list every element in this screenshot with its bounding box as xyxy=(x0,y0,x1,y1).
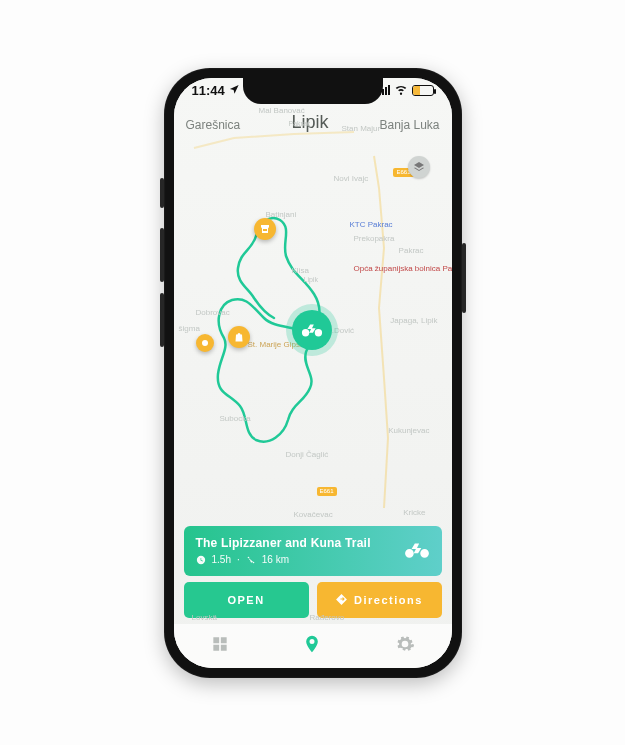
clock-icon xyxy=(196,555,206,565)
map-place-label: Japaga, Lipik xyxy=(390,316,437,325)
screen: 11:44 Garešnica xyxy=(174,78,452,668)
tab-map[interactable] xyxy=(302,634,322,658)
map-layers-button[interactable] xyxy=(408,156,430,178)
open-button-label: OPEN xyxy=(227,594,264,606)
phone-frame: 11:44 Garešnica xyxy=(164,68,462,678)
map-place-label: Dobrovac xyxy=(196,308,230,317)
distance-icon xyxy=(246,555,256,565)
map-place-label: Kricke xyxy=(403,508,425,517)
directions-button-label: Directions xyxy=(354,594,423,606)
trail-distance: 16 km xyxy=(262,554,289,565)
map-place-label: šigma xyxy=(179,324,200,333)
side-button xyxy=(160,293,164,347)
side-button xyxy=(160,228,164,282)
trail-type-icon xyxy=(404,536,430,566)
trail-title: The Lipizzaner and Kuna Trail xyxy=(196,536,371,550)
bike-icon xyxy=(301,319,323,341)
map-place-label: Kovačevac xyxy=(294,510,333,519)
map-place-label: Novi Ivajc xyxy=(334,174,369,183)
map-place-label: Donji Čaglić xyxy=(286,450,329,459)
map-place-label: Prekopakra xyxy=(354,234,395,243)
tab-settings[interactable] xyxy=(395,634,415,658)
side-button xyxy=(462,243,466,313)
grid-icon xyxy=(210,634,230,654)
map-place-label: Pakrac xyxy=(399,246,424,255)
tab-bar xyxy=(174,624,452,668)
map-city-label: Garešnica xyxy=(186,118,241,132)
map-place-label: Batinjani xyxy=(266,210,297,219)
bag-icon xyxy=(233,331,245,343)
map-marker[interactable] xyxy=(228,326,250,348)
map-place-label: Kukunjevac xyxy=(388,426,429,435)
trail-card[interactable]: The Lipizzaner and Kuna Trail 1.5h · 16 … xyxy=(184,526,442,576)
map-marker[interactable] xyxy=(254,218,276,240)
svg-point-0 xyxy=(202,340,208,346)
map-place-label: Lipik xyxy=(304,276,318,283)
map-marker[interactable] xyxy=(196,334,214,352)
notch xyxy=(243,78,383,104)
trail-duration: 1.5h xyxy=(212,554,231,565)
map-place-label: Stan Majur xyxy=(342,124,381,133)
trail-center-badge[interactable] xyxy=(292,310,332,350)
map-place-label: Mal Banovać xyxy=(259,106,305,115)
map-poi-label: KTC Pakrac xyxy=(350,220,393,229)
pin-icon xyxy=(302,634,322,654)
map-place-label: Lovskä xyxy=(192,613,217,622)
point-icon xyxy=(199,337,211,349)
trail-stats: 1.5h · 16 km xyxy=(196,554,371,565)
side-button xyxy=(160,178,164,208)
map-poi-label: Opća županijska bolnica Pakrac i… xyxy=(354,264,452,273)
directions-icon xyxy=(335,593,348,606)
tab-grid[interactable] xyxy=(210,634,230,658)
bike-icon xyxy=(404,536,430,562)
wifi-icon xyxy=(394,82,408,99)
road-badge: E661 xyxy=(317,487,337,496)
map-canvas[interactable]: Garešnica Lipik Banja Luka Mal Banovać P… xyxy=(174,78,452,668)
gear-icon xyxy=(395,634,415,654)
map-place-label: Pakrac xyxy=(289,120,311,127)
map-place-label: Klisa xyxy=(292,266,309,275)
location-icon xyxy=(229,83,240,98)
layers-icon xyxy=(413,161,425,173)
status-time: 11:44 xyxy=(192,83,225,98)
map-place-label: Subocka xyxy=(220,414,251,423)
store-icon xyxy=(259,223,271,235)
map-place-label: Rađerovo xyxy=(310,613,345,622)
map-city-label: Banja Luka xyxy=(379,118,439,132)
battery-icon xyxy=(412,85,434,96)
